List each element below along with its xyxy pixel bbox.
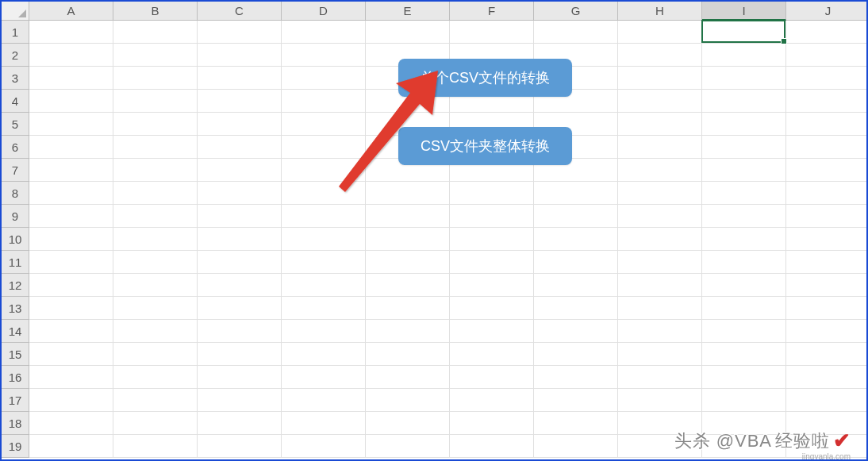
cell-H11[interactable] [618, 251, 702, 274]
cell-B9[interactable] [113, 205, 198, 228]
cell-C2[interactable] [198, 44, 282, 67]
row-header-5[interactable]: 5 [2, 113, 29, 136]
cell-A17[interactable] [29, 389, 113, 412]
cell-D19[interactable] [282, 435, 366, 458]
cell-B6[interactable] [113, 136, 198, 159]
cell-J4[interactable] [786, 90, 868, 113]
row-header-4[interactable]: 4 [2, 90, 29, 113]
cell-H12[interactable] [618, 274, 702, 297]
column-header-A[interactable]: A [29, 2, 113, 21]
cell-H19[interactable] [618, 435, 702, 458]
cell-C17[interactable] [198, 389, 282, 412]
cell-I3[interactable] [702, 67, 786, 90]
cell-C1[interactable] [198, 21, 282, 44]
cell-F1[interactable] [450, 21, 534, 44]
cell-B8[interactable] [113, 182, 198, 205]
cell-E14[interactable] [366, 320, 450, 343]
cell-H9[interactable] [618, 205, 702, 228]
cell-I5[interactable] [702, 113, 786, 136]
cell-B4[interactable] [113, 90, 198, 113]
cell-G17[interactable] [534, 389, 618, 412]
cell-C6[interactable] [198, 136, 282, 159]
cell-H14[interactable] [618, 320, 702, 343]
cell-A5[interactable] [29, 113, 113, 136]
cell-A14[interactable] [29, 320, 113, 343]
cell-E16[interactable] [366, 366, 450, 389]
folder-csv-convert-button[interactable]: CSV文件夹整体转换 [398, 127, 572, 165]
cell-I4[interactable] [702, 90, 786, 113]
cell-I2[interactable] [702, 44, 786, 67]
cell-I18[interactable] [702, 412, 786, 435]
cell-A6[interactable] [29, 136, 113, 159]
cell-I1[interactable] [702, 21, 786, 44]
cell-J7[interactable] [786, 159, 868, 182]
cell-H2[interactable] [618, 44, 702, 67]
cell-D16[interactable] [282, 366, 366, 389]
cell-G9[interactable] [534, 205, 618, 228]
row-header-14[interactable]: 14 [2, 320, 29, 343]
cell-I15[interactable] [702, 343, 786, 366]
cell-C5[interactable] [198, 113, 282, 136]
cell-H3[interactable] [618, 67, 702, 90]
column-header-E[interactable]: E [366, 2, 450, 21]
cell-B10[interactable] [113, 228, 198, 251]
cell-J13[interactable] [786, 297, 868, 320]
cell-B1[interactable] [113, 21, 198, 44]
cell-G18[interactable] [534, 412, 618, 435]
cell-D1[interactable] [282, 21, 366, 44]
cell-D9[interactable] [282, 205, 366, 228]
row-header-6[interactable]: 6 [2, 136, 29, 159]
cell-G19[interactable] [534, 435, 618, 458]
cell-D8[interactable] [282, 182, 366, 205]
cell-B11[interactable] [113, 251, 198, 274]
cell-C15[interactable] [198, 343, 282, 366]
cell-F11[interactable] [450, 251, 534, 274]
cell-E18[interactable] [366, 412, 450, 435]
cell-J15[interactable] [786, 343, 868, 366]
cell-H1[interactable] [618, 21, 702, 44]
cell-I17[interactable] [702, 389, 786, 412]
cell-J10[interactable] [786, 228, 868, 251]
cell-B17[interactable] [113, 389, 198, 412]
cell-H5[interactable] [618, 113, 702, 136]
cell-B16[interactable] [113, 366, 198, 389]
cell-E17[interactable] [366, 389, 450, 412]
cell-I6[interactable] [702, 136, 786, 159]
row-header-15[interactable]: 15 [2, 343, 29, 366]
cell-H10[interactable] [618, 228, 702, 251]
cell-E11[interactable] [366, 251, 450, 274]
cell-C8[interactable] [198, 182, 282, 205]
cell-F12[interactable] [450, 274, 534, 297]
cell-B12[interactable] [113, 274, 198, 297]
cell-J3[interactable] [786, 67, 868, 90]
cell-G11[interactable] [534, 251, 618, 274]
cell-D5[interactable] [282, 113, 366, 136]
cell-G12[interactable] [534, 274, 618, 297]
row-header-11[interactable]: 11 [2, 251, 29, 274]
cell-I13[interactable] [702, 297, 786, 320]
cell-A13[interactable] [29, 297, 113, 320]
cell-I16[interactable] [702, 366, 786, 389]
select-all-corner[interactable] [2, 2, 29, 21]
cell-F17[interactable] [450, 389, 534, 412]
cell-B13[interactable] [113, 297, 198, 320]
cell-I9[interactable] [702, 205, 786, 228]
cell-I12[interactable] [702, 274, 786, 297]
cell-B18[interactable] [113, 412, 198, 435]
row-header-7[interactable]: 7 [2, 159, 29, 182]
cell-D18[interactable] [282, 412, 366, 435]
cell-H16[interactable] [618, 366, 702, 389]
row-header-12[interactable]: 12 [2, 274, 29, 297]
cell-D15[interactable] [282, 343, 366, 366]
cell-D14[interactable] [282, 320, 366, 343]
column-header-D[interactable]: D [282, 2, 366, 21]
cell-B14[interactable] [113, 320, 198, 343]
cell-A15[interactable] [29, 343, 113, 366]
cell-G14[interactable] [534, 320, 618, 343]
cell-C9[interactable] [198, 205, 282, 228]
cell-D3[interactable] [282, 67, 366, 90]
cell-J5[interactable] [786, 113, 868, 136]
cell-B5[interactable] [113, 113, 198, 136]
cell-H15[interactable] [618, 343, 702, 366]
cell-F16[interactable] [450, 366, 534, 389]
